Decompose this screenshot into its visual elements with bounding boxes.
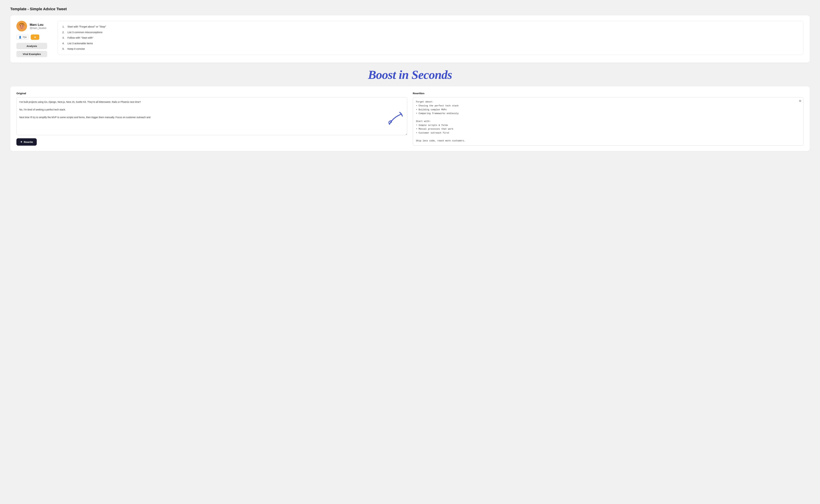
copy-button[interactable]: ⧉ [799,99,801,102]
rewritten-label: Rewritten [413,92,804,95]
svg-point-3 [23,26,23,26]
rewritten-content: Forget about:• Chasing the perfect tech … [416,100,800,143]
rewrite-button[interactable]: ✦ Rewrite [16,138,37,146]
followers-icon: 👤 [19,36,22,39]
star-icon: ★ [34,36,36,39]
profile-info: Marc Lou @marc_louvion [30,23,46,29]
page-title: Template - Simple Advice Tweet [10,7,810,11]
rewritten-panel: ⧉ Forget about:• Chasing the perfect tec… [413,97,804,146]
profile-actions: Analysis Viral Examples [16,43,51,57]
analysis-button[interactable]: Analysis [16,43,47,49]
original-textarea[interactable] [16,97,407,135]
rewrite-button-label: Rewrite [24,141,33,143]
svg-point-1 [19,25,24,29]
followers-badge: 👤 724 [16,35,29,40]
columns-container: Original ✦ Rewrite Rewritten ⧉ Forget ab… [16,92,804,146]
template-card: Marc Lou @marc_louvion 👤 724 ★ Analysis … [10,15,810,63]
profile-name: Marc Lou [30,23,46,27]
profile-section: Marc Lou @marc_louvion 👤 724 ★ Analysis … [16,21,51,57]
rewritten-column: Rewritten ⧉ Forget about:• Chasing the p… [413,92,804,146]
profile-handle: @marc_louvion [30,27,46,29]
followers-count: 724 [23,36,26,39]
star-button[interactable]: ★ [31,34,39,40]
copy-icon: ⧉ [799,99,801,102]
template-tip-item: Keep it concise [62,47,799,51]
viral-examples-button[interactable]: Viral Examples [16,51,47,57]
boost-heading: Boost in Seconds [10,68,810,82]
template-tip-item: List 3 common misconceptions [62,30,799,34]
svg-point-2 [20,26,21,26]
template-tip-item: Start with "Forget about" or "Stop" [62,25,799,29]
magic-icon: ✦ [20,140,22,144]
bottom-card: Original ✦ Rewrite Rewritten ⧉ Forget ab… [10,86,810,151]
profile-stats: 👤 724 ★ [16,34,39,40]
profile-header: Marc Lou @marc_louvion [16,21,46,31]
original-column: Original ✦ Rewrite [16,92,407,146]
avatar [16,21,27,31]
original-label: Original [16,92,407,95]
template-tips: Start with "Forget about" or "Stop"List … [57,21,804,55]
template-tip-item: Follow with "Start with" [62,36,799,40]
template-tip-item: List 3 actionable items [62,41,799,45]
